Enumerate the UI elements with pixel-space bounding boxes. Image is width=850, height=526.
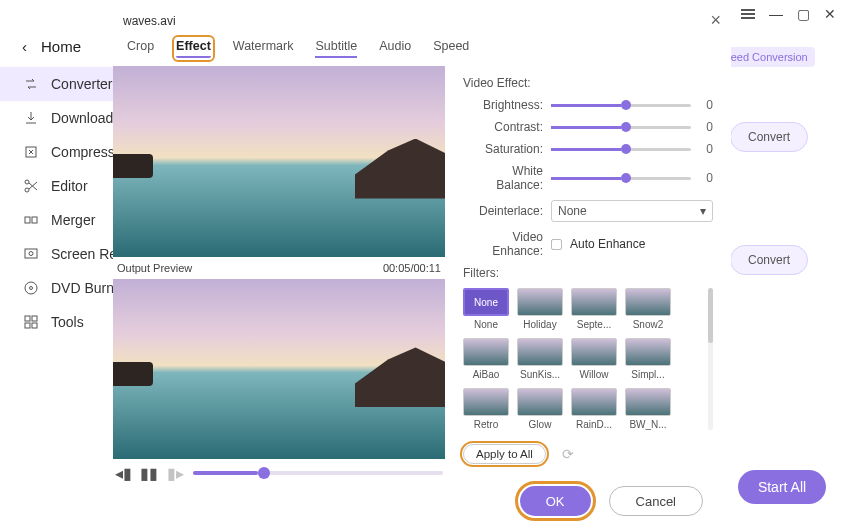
deinterlace-select[interactable]: None ▾	[551, 200, 713, 222]
dialog-title: waves.avi	[123, 14, 176, 28]
filter-bwn[interactable]: BW_N...	[625, 388, 671, 430]
tab-speed[interactable]: Speed	[433, 39, 469, 58]
filter-label: Snow2	[625, 319, 671, 330]
video-enhance-label: Video Enhance:	[463, 230, 543, 258]
tab-crop[interactable]: Crop	[127, 39, 154, 58]
scissors-icon	[22, 178, 39, 195]
start-all-button[interactable]: Start All	[738, 470, 826, 504]
maximize-icon[interactable]: ▢	[797, 6, 810, 22]
grid-icon	[22, 314, 39, 331]
tab-subtitle[interactable]: Subtitle	[315, 39, 357, 58]
refresh-icon[interactable]: ⟳	[562, 446, 574, 462]
svg-rect-11	[25, 323, 30, 328]
svg-point-8	[29, 287, 32, 290]
filter-label: Simpl...	[625, 369, 671, 380]
filter-raind[interactable]: RainD...	[571, 388, 617, 430]
auto-enhance-checkbox[interactable]	[551, 239, 562, 250]
sidebar-item-label: Editor	[51, 178, 88, 194]
filter-sunkis[interactable]: SunKis...	[517, 338, 563, 380]
output-preview	[113, 279, 445, 459]
prev-frame-icon[interactable]: ◂▮	[115, 465, 131, 481]
timeline-slider[interactable]	[193, 471, 443, 475]
player-controls: ◂▮ ▮▮ ▮▸	[113, 459, 445, 487]
apply-to-all-button[interactable]: Apply to All	[463, 444, 546, 464]
svg-rect-3	[25, 217, 30, 223]
white-balance-label: White Balance:	[463, 164, 543, 192]
filter-snow2[interactable]: Snow2	[625, 288, 671, 330]
contrast-value: 0	[699, 120, 713, 134]
filter-willow[interactable]: Willow	[571, 338, 617, 380]
deinterlace-label: Deinterlace:	[463, 204, 543, 218]
svg-point-7	[25, 282, 37, 294]
sidebar-item-label: Converter	[51, 76, 112, 92]
video-effect-heading: Video Effect:	[463, 76, 713, 90]
white-balance-slider[interactable]	[551, 177, 691, 180]
sidebar-item-label: Merger	[51, 212, 95, 228]
hamburger-icon[interactable]	[741, 9, 755, 19]
download-icon	[22, 110, 39, 127]
ok-button[interactable]: OK	[520, 486, 591, 516]
filter-label: SunKis...	[517, 369, 563, 380]
filters-heading: Filters:	[463, 266, 713, 280]
tab-audio[interactable]: Audio	[379, 39, 411, 58]
close-icon[interactable]: ×	[710, 10, 721, 31]
dialog-tabs: Crop Effect Watermark Subtitle Audio Spe…	[113, 37, 731, 66]
contrast-slider[interactable]	[551, 126, 691, 129]
svg-rect-9	[25, 316, 30, 321]
brightness-slider[interactable]	[551, 104, 691, 107]
filter-none[interactable]: NoneNone	[463, 288, 509, 330]
preview-column: Output Preview 00:05/00:11 ◂▮ ▮▮ ▮▸	[113, 66, 445, 487]
converter-icon	[22, 76, 39, 93]
tab-watermark[interactable]: Watermark	[233, 39, 294, 58]
next-frame-icon[interactable]: ▮▸	[167, 465, 183, 481]
svg-point-1	[25, 180, 29, 184]
brightness-value: 0	[699, 98, 713, 112]
minimize-icon[interactable]: —	[769, 6, 783, 22]
convert-button[interactable]: Convert	[730, 245, 808, 275]
filter-label: RainD...	[571, 419, 617, 430]
close-window-icon[interactable]: ✕	[824, 6, 836, 22]
disc-icon	[22, 280, 39, 297]
svg-point-6	[29, 252, 33, 256]
convert-button[interactable]: Convert	[730, 122, 808, 152]
filter-label: AiBao	[463, 369, 509, 380]
saturation-value: 0	[699, 142, 713, 156]
filter-simpl[interactable]: Simpl...	[625, 338, 671, 380]
filter-label: None	[463, 319, 509, 330]
pause-icon[interactable]: ▮▮	[141, 465, 157, 481]
effect-panel: Video Effect: Brightness: 0 Contrast: 0 …	[463, 66, 713, 487]
filters-scrollbar[interactable]	[708, 288, 713, 430]
filter-glow[interactable]: Glow	[517, 388, 563, 430]
saturation-slider[interactable]	[551, 148, 691, 151]
brightness-label: Brightness:	[463, 98, 543, 112]
filter-label: Willow	[571, 369, 617, 380]
filter-label: Holiday	[517, 319, 563, 330]
filter-aibao[interactable]: AiBao	[463, 338, 509, 380]
svg-rect-12	[32, 323, 37, 328]
sidebar-item-label: Tools	[51, 314, 84, 330]
filter-label: Septe...	[571, 319, 617, 330]
output-preview-label: Output Preview	[117, 262, 192, 274]
svg-point-2	[25, 188, 29, 192]
merger-icon	[22, 212, 39, 229]
deinterlace-value: None	[558, 204, 587, 218]
svg-rect-4	[32, 217, 37, 223]
chevron-left-icon: ‹	[22, 38, 27, 55]
auto-enhance-text: Auto Enhance	[570, 237, 645, 251]
svg-rect-5	[25, 249, 37, 258]
filter-label: Glow	[517, 419, 563, 430]
white-balance-value: 0	[699, 171, 713, 185]
original-preview	[113, 66, 445, 257]
filter-retro[interactable]: Retro	[463, 388, 509, 430]
saturation-label: Saturation:	[463, 142, 543, 156]
home-label: Home	[41, 38, 81, 55]
filter-septe[interactable]: Septe...	[571, 288, 617, 330]
preview-timecode: 00:05/00:11	[383, 262, 441, 274]
screen-icon	[22, 246, 39, 263]
filter-label: Retro	[463, 419, 509, 430]
filter-holiday[interactable]: Holiday	[517, 288, 563, 330]
cancel-button[interactable]: Cancel	[609, 486, 703, 516]
effect-dialog: waves.avi × Crop Effect Watermark Subtit…	[113, 2, 731, 522]
tab-effect[interactable]: Effect	[176, 39, 211, 58]
chevron-down-icon: ▾	[700, 204, 706, 218]
